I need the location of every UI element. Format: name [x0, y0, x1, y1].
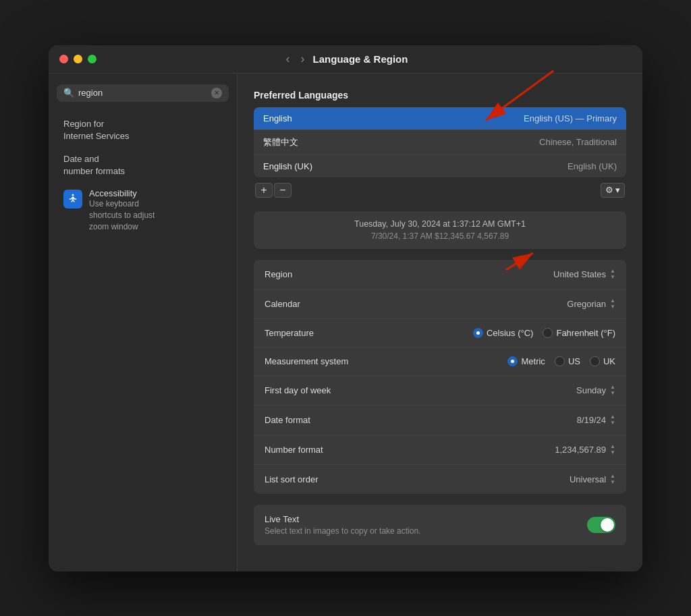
stepper-down-icon: ▼	[610, 391, 615, 396]
date-preview-main: Tuesday, July 30, 2024 at 1:37:12 AM GMT…	[265, 219, 615, 229]
lang-row-english[interactable]: English English (US) — Primary	[254, 107, 626, 130]
us-radio[interactable]	[555, 356, 565, 366]
live-text-title: Live Text	[265, 514, 420, 524]
temperature-radio-group: Celsius (°C) Fahrenheit (°F)	[473, 328, 615, 338]
gear-chevron-icon: ▾	[615, 185, 620, 195]
minimize-button[interactable]	[74, 55, 82, 63]
settings-row-region: Region United States ▲ ▼	[254, 260, 626, 289]
date-preview: Tuesday, July 30, 2024 at 1:37:12 AM GMT…	[254, 211, 626, 249]
lang-name-english-uk: English (UK)	[263, 161, 312, 171]
accessibility-item-content: Accessibility Use keyboard shortcuts to …	[89, 188, 222, 232]
accessibility-subtitle: Use keyboard shortcuts to adjust zoom wi…	[89, 198, 222, 232]
lang-controls: + − ⚙ ▾	[254, 180, 626, 200]
us-option[interactable]: US	[555, 356, 580, 366]
fahrenheit-radio[interactable]	[543, 328, 553, 338]
calendar-label: Calendar	[265, 299, 300, 309]
temperature-label: Temperature	[265, 328, 314, 338]
back-button[interactable]: ‹	[283, 51, 293, 66]
fahrenheit-label: Fahrenheit (°F)	[556, 328, 615, 338]
calendar-stepper[interactable]: ▲ ▼	[610, 298, 615, 310]
celsius-radio[interactable]	[473, 328, 483, 338]
lang-name-english: English	[263, 113, 292, 123]
list-sort-label: List sort order	[265, 474, 318, 484]
stepper-down-icon: ▼	[610, 275, 615, 280]
sidebar-item-accessibility[interactable]: Accessibility Use keyboard shortcuts to …	[53, 184, 233, 237]
search-input[interactable]	[78, 88, 207, 98]
region-value[interactable]: United States ▲ ▼	[553, 269, 615, 280]
lang-row-chinese[interactable]: 繁體中文 Chinese, Traditional	[254, 130, 626, 155]
live-text-subtitle: Select text in images to copy or take ac…	[265, 526, 420, 536]
date-format-stepper[interactable]: ▲ ▼	[610, 414, 615, 426]
celsius-label: Celsius (°C)	[487, 328, 533, 338]
metric-radio[interactable]	[507, 356, 518, 366]
settings-row-measurement: Measurement system Metric US UK	[254, 347, 626, 376]
lang-detail-english-uk: English (UK)	[568, 161, 617, 171]
uk-label: UK	[603, 356, 615, 366]
calendar-value[interactable]: Gregorian ▲ ▼	[567, 298, 615, 310]
stepper-up-icon: ▲	[610, 414, 615, 420]
live-text-section: Live Text Select text in images to copy …	[254, 505, 626, 545]
language-options-button[interactable]: ⚙ ▾	[601, 183, 625, 198]
stepper-up-icon: ▲	[610, 385, 615, 390]
metric-option[interactable]: Metric	[507, 356, 545, 366]
settings-window: ‹ › Language & Region 🔍 ✕ Region for Int…	[49, 45, 642, 571]
maximize-button[interactable]	[88, 55, 96, 63]
stepper-down-icon: ▼	[610, 450, 615, 455]
stepper-down-icon: ▼	[610, 420, 615, 426]
number-format-stepper[interactable]: ▲ ▼	[610, 444, 615, 455]
settings-section: Region United States ▲ ▼ Calendar Gregor…	[254, 260, 626, 494]
stepper-down-icon: ▼	[610, 480, 615, 485]
date-preview-sub: 7/30/24, 1:37 AM $12,345.67 4,567.89	[265, 231, 615, 241]
close-button[interactable]	[59, 55, 68, 63]
search-bar[interactable]: 🔍 ✕	[57, 84, 229, 102]
accessibility-svg	[67, 193, 79, 205]
main-panel: Preferred Languages English English (US)…	[238, 74, 642, 571]
date-format-value[interactable]: 8/19/24 ▲ ▼	[577, 414, 615, 426]
measurement-radio-group: Metric US UK	[507, 356, 615, 366]
settings-row-temperature: Temperature Celsius (°C) Fahrenheit (°F)	[254, 319, 626, 347]
stepper-up-icon: ▲	[610, 444, 615, 449]
first-day-stepper[interactable]: ▲ ▼	[610, 385, 615, 396]
content-area: 🔍 ✕ Region for Internet Services Date an…	[49, 74, 642, 571]
sidebar-item-date-number[interactable]: Date and number formats	[53, 148, 233, 182]
settings-row-calendar: Calendar Gregorian ▲ ▼	[254, 289, 626, 319]
fahrenheit-option[interactable]: Fahrenheit (°F)	[543, 328, 615, 338]
add-language-button[interactable]: +	[255, 183, 273, 198]
list-sort-stepper[interactable]: ▲ ▼	[610, 474, 615, 485]
stepper-up-icon: ▲	[610, 474, 615, 479]
remove-language-button[interactable]: −	[274, 183, 292, 198]
sidebar-item-date-number-text: Date and number formats	[63, 153, 222, 177]
stepper-down-icon: ▼	[610, 304, 615, 310]
lang-row-english-uk[interactable]: English (UK) English (UK)	[254, 155, 626, 177]
celsius-option[interactable]: Celsius (°C)	[473, 328, 533, 338]
first-day-value[interactable]: Sunday ▲ ▼	[576, 385, 615, 396]
lang-name-chinese: 繁體中文	[263, 136, 298, 148]
sidebar: 🔍 ✕ Region for Internet Services Date an…	[49, 74, 238, 571]
first-day-label: First day of week	[265, 385, 331, 395]
lang-btn-group: + −	[255, 183, 292, 198]
search-clear-button[interactable]: ✕	[211, 88, 222, 99]
uk-radio[interactable]	[590, 356, 600, 366]
uk-option[interactable]: UK	[590, 356, 615, 366]
list-sort-value[interactable]: Universal ▲ ▼	[570, 474, 615, 485]
metric-label: Metric	[521, 356, 545, 366]
live-text-toggle[interactable]	[587, 517, 615, 533]
number-format-value[interactable]: 1,234,567.89 ▲ ▼	[555, 444, 615, 455]
stepper-up-icon: ▲	[610, 269, 615, 274]
traffic-lights	[59, 55, 96, 63]
forward-button[interactable]: ›	[298, 51, 308, 66]
settings-row-list-sort: List sort order Universal ▲ ▼	[254, 465, 626, 494]
region-stepper[interactable]: ▲ ▼	[610, 269, 615, 280]
sidebar-item-region-internet[interactable]: Region for Internet Services	[53, 113, 233, 147]
toggle-knob	[601, 518, 614, 532]
language-list: English English (US) — Primary 繁體中文 Chin…	[254, 107, 626, 177]
window-title: Language & Region	[313, 53, 408, 65]
stepper-up-icon: ▲	[610, 298, 615, 304]
measurement-label: Measurement system	[265, 356, 348, 366]
preferred-languages-title: Preferred Languages	[254, 90, 626, 101]
title-bar-center: ‹ › Language & Region	[283, 51, 408, 66]
gear-icon: ⚙	[605, 185, 613, 195]
settings-row-first-day: First day of week Sunday ▲ ▼	[254, 376, 626, 405]
lang-detail-english: English (US) — Primary	[524, 113, 617, 123]
settings-row-date-format: Date format 8/19/24 ▲ ▼	[254, 405, 626, 435]
